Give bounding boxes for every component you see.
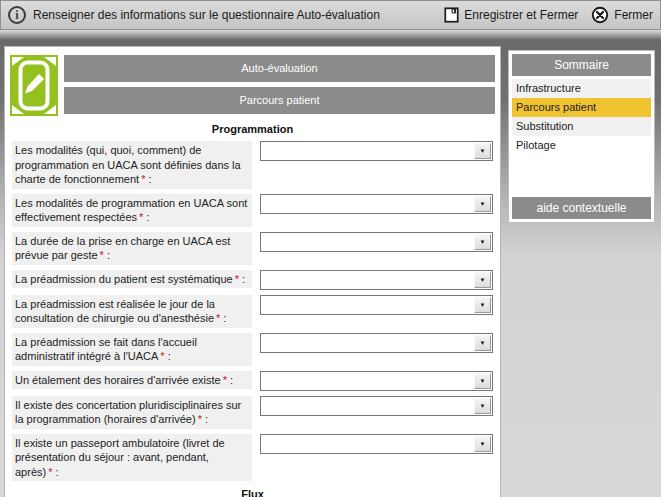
question-label: Il existe des concertation pluridiscipli…: [12, 396, 252, 429]
dropdown-arrow-button[interactable]: ▼: [474, 272, 491, 288]
label-suffix: :: [165, 350, 171, 362]
chevron-down-icon: ▼: [480, 441, 486, 447]
answer-dropdown[interactable]: ▼: [260, 232, 493, 252]
answer-dropdown-value: [261, 397, 492, 401]
close-x-icon: [591, 6, 609, 24]
question-row: La préadmission du patient est systémati…: [12, 270, 493, 290]
sidebar-item-substitution[interactable]: Substitution: [512, 117, 651, 136]
section-heading: Flux: [10, 488, 495, 497]
contextual-help-bar[interactable]: aide contextuelle: [512, 197, 651, 219]
form-body: ProgrammationLes modalités (qui, quoi, c…: [10, 123, 495, 497]
question-label: Un étalement des horaires d'arrivée exis…: [12, 371, 252, 390]
dropdown-arrow-button[interactable]: ▼: [474, 373, 491, 389]
chevron-down-icon: ▼: [480, 201, 486, 207]
question-row: Un étalement des horaires d'arrivée exis…: [12, 371, 493, 391]
dropdown-arrow-button[interactable]: ▼: [474, 143, 491, 159]
question-label: La préadmission se fait dans l'accueil a…: [12, 333, 252, 366]
sidebar-item-pilotage[interactable]: Pilotage: [512, 136, 651, 155]
question-text: Les modalités (qui, quoi, comment) de pr…: [15, 144, 241, 185]
chevron-down-icon: ▼: [480, 277, 486, 283]
question-label: Les modalités de programmation en UACA s…: [12, 194, 252, 227]
section-heading: Programmation: [10, 123, 495, 135]
chapter-title-bar: Parcours patient: [64, 87, 495, 114]
answer-dropdown[interactable]: ▼: [260, 333, 493, 353]
chevron-down-icon: ▼: [480, 148, 486, 154]
question-label: La préadmission est réalisée le jour de …: [12, 295, 252, 328]
question-text: La durée de la prise en charge en UACA e…: [15, 235, 230, 262]
dropdown-arrow-button[interactable]: ▼: [474, 297, 491, 313]
answer-dropdown-value: [261, 296, 492, 300]
info-icon: i: [8, 6, 26, 24]
toolbar-title: Renseigner des informations sur le quest…: [33, 8, 437, 22]
questionnaire-panel: Auto-évaluation Parcours patient Program…: [4, 46, 501, 497]
sommaire-title-bar: Sommaire: [512, 54, 651, 76]
answer-dropdown[interactable]: ▼: [260, 194, 493, 214]
dropdown-arrow-button[interactable]: ▼: [474, 234, 491, 250]
question-text: La préadmission est réalisée le jour de …: [15, 298, 215, 325]
question-row: La préadmission se fait dans l'accueil a…: [12, 333, 493, 366]
sommaire-sidebar: Sommaire InfrastructureParcours patientS…: [508, 50, 655, 223]
dropdown-arrow-button[interactable]: ▼: [474, 196, 491, 212]
question-label: La préadmission du patient est systémati…: [12, 270, 252, 289]
question-text: Les modalités de programmation en UACA s…: [15, 197, 247, 224]
sommaire-list: InfrastructureParcours patientSubstituti…: [512, 79, 651, 155]
answer-dropdown-value: [261, 334, 492, 338]
question-label: Les modalités (qui, quoi, comment) de pr…: [12, 141, 252, 189]
label-suffix: :: [227, 374, 233, 386]
question-row: Les modalités (qui, quoi, comment) de pr…: [12, 141, 493, 189]
label-suffix: :: [239, 273, 245, 285]
floppy-disk-icon: [444, 7, 459, 23]
dropdown-arrow-button[interactable]: ▼: [474, 398, 491, 414]
question-label: Il existe un passeport ambulatoire (livr…: [12, 434, 252, 482]
edit-questionnaire-icon: [10, 55, 58, 116]
answer-dropdown[interactable]: ▼: [260, 141, 493, 161]
question-text: Un étalement des horaires d'arrivée exis…: [15, 374, 221, 386]
answer-dropdown-value: [261, 271, 492, 275]
question-row: Il existe des concertation pluridiscipli…: [12, 396, 493, 429]
toolbar: i Renseigner des informations sur le que…: [0, 0, 661, 30]
question-row: Il existe un passeport ambulatoire (livr…: [12, 434, 493, 482]
panel-header: Auto-évaluation Parcours patient: [10, 55, 495, 116]
question-text: Il existe un passeport ambulatoire (livr…: [15, 437, 225, 478]
answer-dropdown[interactable]: ▼: [260, 371, 493, 391]
chevron-down-icon: ▼: [480, 239, 486, 245]
answer-dropdown-value: [261, 435, 492, 439]
save-and-close-button[interactable]: Enregistrer et Fermer: [444, 7, 578, 23]
answer-dropdown-value: [261, 233, 492, 237]
label-suffix: :: [145, 173, 151, 185]
save-button-label: Enregistrer et Fermer: [464, 8, 578, 22]
label-suffix: :: [104, 249, 110, 261]
close-button[interactable]: Fermer: [591, 6, 653, 24]
question-text: La préadmission du patient est systémati…: [15, 273, 233, 285]
question-label: La durée de la prise en charge en UACA e…: [12, 232, 252, 265]
chevron-down-icon: ▼: [480, 340, 486, 346]
answer-dropdown-value: [261, 142, 492, 146]
dropdown-arrow-button[interactable]: ▼: [474, 436, 491, 452]
chevron-down-icon: ▼: [480, 302, 486, 308]
question-row: La préadmission est réalisée le jour de …: [12, 295, 493, 328]
sidebar-item-infrastructure[interactable]: Infrastructure: [512, 79, 651, 98]
answer-dropdown[interactable]: ▼: [260, 434, 493, 454]
header-bars: Auto-évaluation Parcours patient: [64, 55, 495, 114]
close-button-label: Fermer: [614, 8, 653, 22]
label-suffix: :: [220, 312, 226, 324]
dropdown-arrow-button[interactable]: ▼: [474, 335, 491, 351]
chevron-down-icon: ▼: [480, 403, 486, 409]
question-row: Les modalités de programmation en UACA s…: [12, 194, 493, 227]
answer-dropdown-value: [261, 372, 492, 376]
answer-dropdown[interactable]: ▼: [260, 270, 493, 290]
sidebar-item-parcours-patient[interactable]: Parcours patient: [512, 98, 651, 117]
label-suffix: :: [52, 466, 58, 478]
questionnaire-title-bar: Auto-évaluation: [64, 55, 495, 82]
answer-dropdown[interactable]: ▼: [260, 295, 493, 315]
chevron-down-icon: ▼: [480, 378, 486, 384]
answer-dropdown[interactable]: ▼: [260, 396, 493, 416]
answer-dropdown-value: [261, 195, 492, 199]
question-row: La durée de la prise en charge en UACA e…: [12, 232, 493, 265]
label-suffix: :: [202, 413, 208, 425]
label-suffix: :: [143, 211, 149, 223]
